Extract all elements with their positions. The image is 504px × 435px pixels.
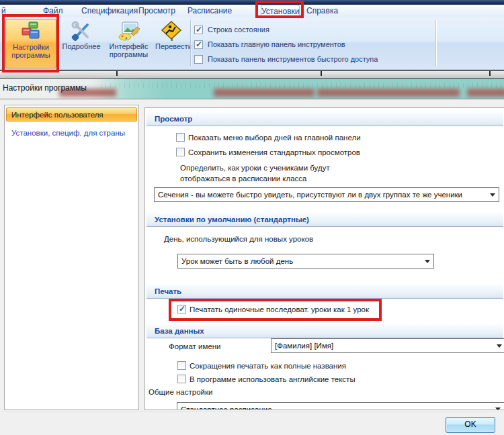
abbreviations-full-names-label: Сокращения печатать как полные названия [190, 362, 346, 370]
english-texts-checkbox[interactable] [177, 375, 186, 383]
lessons-display-select[interactable]: Сечения - вы можете быстро увидеть, прис… [154, 187, 499, 202]
dropdown-arrow-icon[interactable] [422, 255, 433, 267]
ribbon-toggle-group: Строка состояния Показать главную панель… [194, 22, 378, 66]
background-ruler-band [0, 70, 504, 79]
translate-button[interactable]: Перевести [155, 19, 187, 68]
lessons-display-note-line2: отображаться в расписании класса [180, 175, 307, 183]
lessons-display-note-line1: Определить, как уроки с учениками будут [180, 164, 330, 172]
ruler-tick [321, 71, 322, 76]
timetable-texture [101, 83, 504, 88]
timetable-lesson-block [317, 89, 460, 97]
sidebar-item-user-interface[interactable]: Интерфейс пользователя [6, 107, 137, 122]
ok-button[interactable]: OK [446, 417, 495, 433]
annotation-box-settings-button [2, 14, 59, 72]
dropdown-arrow-icon[interactable] [493, 403, 503, 410]
tab-specification[interactable]: Спецификация [81, 5, 138, 17]
status-bar-label: Строка состояния [208, 26, 269, 34]
timetable-lesson-block [467, 89, 504, 97]
section-title: Просмотр [155, 115, 192, 123]
ribbon-separator [435, 20, 436, 66]
abbreviations-full-names-checkbox[interactable] [177, 361, 186, 370]
details-button[interactable]: Подробнее [60, 19, 102, 68]
tab-help[interactable]: Справка [306, 5, 338, 17]
dialog-footer: OK [0, 411, 504, 435]
quick-access-label: Показать панель инструментов быстрого до… [208, 55, 378, 63]
dialog-body: Интерфейс пользователя Установки, специф… [0, 99, 504, 411]
window-title-strip [0, 0, 504, 5]
name-format-select[interactable]: [Фамилия] [Имя] [271, 338, 504, 353]
annotation-box-print-checkbox [169, 299, 382, 321]
save-view-changes-label: Сохранить изменения стандартных просмотр… [188, 148, 360, 156]
default-day-label: День, использующийся для новых уроков [164, 235, 313, 243]
abbreviations-full-names-row: Сокращения печатать как полные названия [177, 361, 346, 370]
section-header-view: Просмотр [146, 112, 503, 126]
section-title: База данных [155, 327, 204, 335]
english-texts-label: В программе использовать английские текс… [190, 375, 355, 383]
show-day-menu-label: Показать меню выбора дней на главной пан… [188, 134, 361, 142]
details-label: Подробнее [62, 42, 100, 50]
annotation-box-settings-tab [255, 1, 304, 18]
menu-tab-bar: й Файл Спецификация Просмотр Расписание … [0, 5, 504, 17]
section-header-print: Печать [146, 285, 503, 299]
ribbon: Настройки программы Подробнее Интерфейс … [0, 17, 504, 70]
ribbon-separator [190, 20, 191, 66]
english-texts-row: В программе использовать английские текс… [177, 375, 355, 383]
section-header-database: База данных [146, 324, 503, 338]
name-format-select-value: [Фамилия] [Имя] [275, 342, 333, 350]
section-header-defaults: Установки по умолчанию (стандартные) [146, 213, 503, 227]
main-toolbar-label: Показать главную панель инструментов [208, 40, 345, 48]
interface-image-icon [118, 21, 140, 41]
sidebar-item-country-settings[interactable]: Установки, специф. для страны [6, 126, 137, 140]
tools-icon [71, 21, 92, 41]
settings-panel: Просмотр Показать меню выбора дней на гл… [144, 107, 504, 410]
dialog-title: Настройки программы [3, 83, 87, 93]
default-day-select-value: Урок может быть в любой день [181, 257, 293, 265]
save-view-changes-row: Сохранить изменения стандартных просмотр… [176, 148, 360, 156]
dropdown-arrow-icon[interactable] [494, 340, 504, 352]
main-toolbar-toggle-row: Показать главную панель инструментов [194, 37, 378, 52]
program-interface-label: Интерфейс программы [110, 42, 149, 58]
save-view-changes-checkbox[interactable] [176, 148, 185, 156]
ruler-tick [489, 71, 491, 76]
name-format-label: Формат имени [169, 342, 221, 350]
dropdown-arrow-icon[interactable] [487, 189, 498, 201]
section-title: Печать [155, 287, 181, 295]
translate-roadsign-icon [161, 21, 182, 41]
ruler-tick [116, 71, 118, 76]
quick-access-checkbox[interactable] [194, 55, 203, 64]
program-interface-button[interactable]: Интерфейс программы [103, 19, 154, 68]
status-bar-toggle-row: Строка состояния [194, 22, 378, 37]
default-day-select[interactable]: Урок может быть в любой день [177, 254, 434, 269]
timetable-lesson-block [214, 89, 314, 97]
tab-view[interactable]: Просмотр [138, 5, 175, 17]
main-toolbar-checkbox[interactable] [194, 40, 203, 49]
show-day-menu-row: Показать меню выбора дней на главной пан… [176, 133, 361, 142]
show-day-menu-checkbox[interactable] [176, 133, 185, 142]
quick-access-toggle-row: Показать панель инструментов быстрого до… [194, 52, 378, 66]
section-title: Установки по умолчанию (стандартные) [155, 215, 309, 224]
tab-schedule[interactable]: Расписание [187, 5, 232, 17]
status-bar-checkbox[interactable] [194, 26, 203, 34]
lessons-display-select-value: Сечения - вы можете быстро увидеть, прис… [158, 191, 462, 199]
general-settings-select-value: Стандартное расписание [181, 405, 272, 410]
settings-category-list: Интерфейс пользователя Установки, специф… [4, 105, 139, 410]
translate-label: Перевести [155, 42, 192, 50]
general-settings-label: Общие настройки [149, 388, 212, 396]
general-settings-select[interactable]: Стандартное расписание [177, 402, 504, 410]
